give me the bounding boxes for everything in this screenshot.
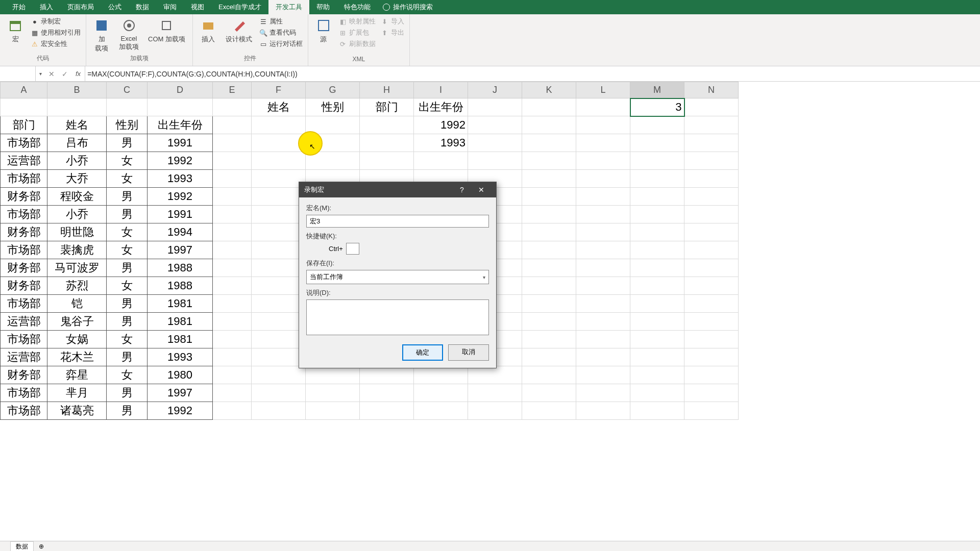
tab-data[interactable]: 数据 — [129, 0, 156, 14]
tab-review[interactable]: 审阅 — [156, 0, 184, 14]
cell-M1: 3 — [630, 98, 684, 116]
desc-label: 说明(D): — [306, 288, 489, 297]
dialog-titlebar[interactable]: 录制宏 ? ✕ — [299, 182, 496, 197]
cursor-icon: ↖ — [309, 142, 315, 151]
design-mode-button[interactable]: 设计模式 — [223, 16, 255, 45]
use-relative-button[interactable]: ▦使用相对引用 — [30, 28, 82, 38]
expand-icon: ⊞ — [339, 29, 347, 37]
new-sheet-button[interactable]: ⊕ — [39, 543, 44, 550]
run-dialog-button[interactable]: ▭运行对话框 — [258, 39, 304, 49]
export-icon: ⬆ — [381, 29, 389, 37]
record-icon: ● — [31, 17, 39, 26]
macro-name-label: 宏名(M): — [306, 204, 489, 213]
svg-rect-7 — [318, 20, 329, 31]
formula-input[interactable]: =MAX(COUNTA(F:F),COUNTA(G:G),COUNTA(H:H)… — [85, 70, 980, 78]
excel-addins-icon — [121, 17, 137, 34]
macro-security-button[interactable]: ⚠宏安全性 — [30, 39, 82, 49]
table-row[interactable]: 财务部弈星女1980 — [1, 366, 739, 384]
column-headers[interactable]: AB CD EF GH IJ KL MN — [1, 82, 739, 98]
tab-home[interactable]: 开始 — [5, 0, 33, 14]
dialog-icon: ▭ — [259, 40, 267, 48]
insert-control-button[interactable]: 插入 — [197, 16, 219, 45]
fx-button[interactable]: fx — [71, 70, 85, 78]
tell-me-label: 操作说明搜索 — [393, 3, 433, 12]
svg-rect-6 — [203, 22, 213, 30]
group-xml-label: XML — [312, 56, 405, 64]
xml-source-button[interactable]: 源 — [312, 16, 335, 45]
shield-icon: ⚠ — [31, 40, 39, 48]
table-row[interactable]: 运营部小乔女1992 — [1, 152, 739, 170]
map-icon: ◧ — [339, 17, 347, 26]
design-icon — [231, 17, 247, 34]
cursor-highlight-icon: ↖ — [298, 131, 323, 156]
refresh-icon: ⟳ — [339, 40, 347, 48]
store-select[interactable]: 当前工作簿 ▾ — [306, 270, 489, 284]
com-addins-icon — [158, 17, 175, 34]
refresh-button: ⟳刷新数据 — [338, 39, 377, 49]
macro-name-input[interactable] — [306, 215, 489, 228]
group-code-label: 代码 — [4, 54, 82, 64]
svg-point-4 — [127, 23, 131, 28]
tell-me-search[interactable]: 操作说明搜索 — [383, 3, 433, 12]
grid-row[interactable]: 姓名性别部门出生年份 3 — [1, 98, 739, 116]
macros-icon — [7, 17, 23, 34]
chevron-down-icon: ▾ — [483, 274, 485, 280]
svg-rect-5 — [162, 21, 170, 30]
xml-source-icon — [315, 17, 332, 34]
shortcut-prefix: Ctrl+ — [329, 245, 343, 253]
store-label: 保存在(I): — [306, 259, 489, 268]
map-props-button: ◧映射属性 — [338, 16, 377, 27]
record-macro-dialog: 录制宏 ? ✕ 宏名(M): 快捷键(K): Ctrl+ 保存在(I): 当前工… — [299, 182, 497, 368]
cancel-button[interactable]: 取消 — [448, 344, 489, 361]
shortcut-label: 快捷键(K): — [306, 232, 489, 241]
import-button: ⬇导入 — [380, 16, 405, 27]
confirm-edit-button[interactable]: ✓ — [58, 70, 71, 78]
record-macro-button[interactable]: ●录制宏 — [30, 16, 82, 27]
help-button[interactable]: ? — [452, 186, 472, 194]
group-controls-label: 控件 — [197, 54, 304, 64]
name-box[interactable] — [0, 66, 36, 81]
relative-icon: ▦ — [31, 29, 39, 37]
name-box-dropdown[interactable]: ▾ — [36, 71, 45, 77]
addins-button[interactable]: 加 载项 — [90, 16, 113, 54]
tab-custom[interactable]: Excel自学成才 — [211, 0, 268, 14]
formula-bar: ▾ ✕ ✓ fx =MAX(COUNTA(F:F),COUNTA(G:G),CO… — [0, 66, 980, 82]
tab-view[interactable]: 视图 — [184, 0, 211, 14]
ok-button[interactable]: 确定 — [402, 344, 443, 361]
table-row[interactable]: 市场部诸葛亮男1992 — [1, 402, 739, 420]
macros-button[interactable]: 宏 — [4, 16, 27, 45]
tab-help[interactable]: 帮助 — [309, 0, 337, 14]
sheet-tab-active[interactable]: 数据 — [10, 541, 34, 552]
tab-formulas[interactable]: 公式 — [101, 0, 129, 14]
dialog-title: 录制宏 — [304, 185, 452, 194]
tab-layout[interactable]: 页面布局 — [60, 0, 101, 14]
bulb-icon — [383, 4, 390, 11]
view-code-button[interactable]: 🔍查看代码 — [258, 28, 304, 38]
insert-control-icon — [200, 17, 216, 34]
group-addins-label: 加载项 — [90, 54, 188, 64]
svg-rect-1 — [10, 21, 20, 24]
addins-icon — [93, 17, 110, 34]
excel-addins-button[interactable]: Excel 加载项 — [116, 16, 142, 53]
cancel-edit-button[interactable]: ✕ — [45, 70, 58, 78]
table-row[interactable]: 市场部芈月男1997 — [1, 384, 739, 402]
tab-features[interactable]: 特色功能 — [337, 0, 378, 14]
shortcut-input[interactable] — [346, 243, 359, 255]
properties-icon: ☰ — [259, 17, 267, 26]
desc-textarea[interactable] — [306, 299, 489, 335]
grid-row[interactable]: 部门姓名 性别出生年份 1992 — [1, 116, 739, 134]
tab-insert[interactable]: 插入 — [33, 0, 60, 14]
import-icon: ⬇ — [381, 17, 389, 26]
com-addins-button[interactable]: COM 加载项 — [145, 16, 188, 45]
table-row[interactable]: 市场部吕布男19911993 — [1, 134, 739, 152]
svg-rect-2 — [96, 20, 107, 31]
ribbon: 宏 ●录制宏 ▦使用相对引用 ⚠宏安全性 代码 加 载项 Excel 加载项 C… — [0, 14, 980, 66]
sheet-tabs: 数据 ⊕ — [0, 541, 980, 551]
close-button[interactable]: ✕ — [472, 186, 491, 194]
ribbon-tabs: 开始 插入 页面布局 公式 数据 审阅 视图 Excel自学成才 开发工具 帮助… — [0, 0, 980, 14]
expansion-button: ⊞扩展包 — [338, 28, 377, 38]
tab-developer[interactable]: 开发工具 — [268, 0, 309, 14]
code-icon: 🔍 — [259, 29, 267, 37]
export-button: ⬆导出 — [380, 28, 405, 38]
properties-button[interactable]: ☰属性 — [258, 16, 304, 27]
